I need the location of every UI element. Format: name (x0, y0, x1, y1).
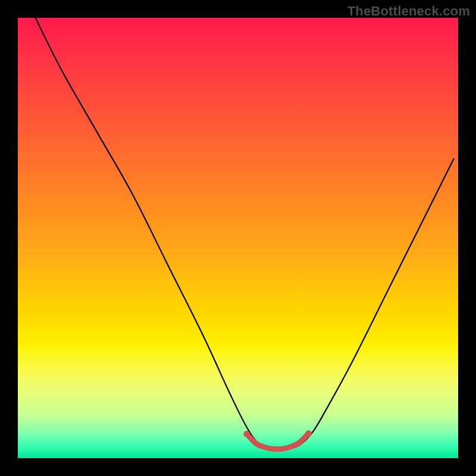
marker-end-dot (243, 431, 250, 437)
optimal-range-end-dots (243, 430, 312, 437)
marker-end-dot (305, 430, 312, 437)
chart-frame: TheBottleneck.com (0, 0, 476, 476)
optimal-range-marker-path (247, 434, 309, 449)
watermark-text: TheBottleneck.com (347, 4, 470, 19)
bottleneck-curve-path (36, 18, 454, 450)
plot-area (18, 18, 458, 458)
curve-svg (18, 18, 458, 458)
